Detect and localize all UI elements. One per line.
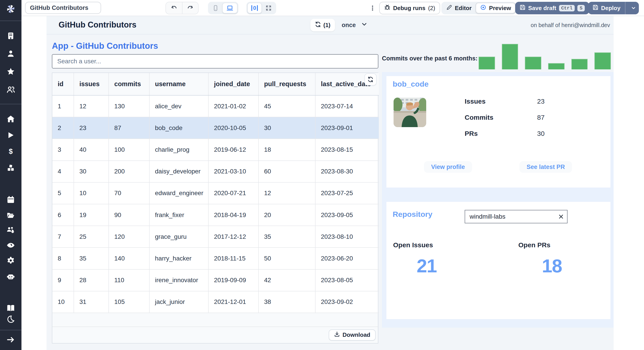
debug-runs-label: Debug runs bbox=[393, 5, 425, 12]
table-row[interactable]: 22387bob_code2020-10-05302023-09-01 bbox=[52, 117, 379, 139]
sidebar-item-workers[interactable] bbox=[6, 272, 15, 281]
table-cell: 90 bbox=[109, 204, 149, 226]
mobile-view-button[interactable] bbox=[209, 3, 222, 14]
table-cell: alice_dev bbox=[149, 95, 208, 117]
table-cell: 2023-09-05 bbox=[315, 204, 379, 226]
repository-card: Repository Open Issues 21 Open PRs 18 bbox=[386, 202, 610, 319]
chevron-down-icon[interactable] bbox=[361, 21, 368, 29]
table-cell: 38 bbox=[258, 291, 315, 313]
device-toggle-group bbox=[208, 2, 238, 14]
desktop-view-button[interactable] bbox=[222, 3, 238, 14]
table-cell: 2019-06-12 bbox=[208, 139, 258, 160]
stat-row-prs: PRs 30 bbox=[465, 130, 572, 140]
bug-icon bbox=[384, 4, 390, 12]
user-avatar bbox=[394, 98, 426, 127]
stat-label: PRs bbox=[465, 130, 537, 140]
stat-row-issues: Issues 23 bbox=[465, 98, 572, 107]
table-cell: 2023-07-25 bbox=[315, 182, 379, 204]
table-cell: 12 bbox=[258, 182, 315, 204]
chart-bar bbox=[478, 57, 495, 69]
on-behalf-text: on behalf of henri@windmill.dev bbox=[531, 22, 610, 29]
table-row[interactable]: 725120grace_guru2017-12-12352023-08-10 bbox=[52, 226, 379, 247]
table-cell: 110 bbox=[109, 269, 149, 291]
table-cell: 30 bbox=[74, 161, 109, 182]
sidebar-item-groups[interactable] bbox=[6, 226, 15, 234]
open-prs-value: 18 bbox=[518, 255, 586, 277]
download-icon bbox=[334, 331, 340, 338]
table-cell: 19 bbox=[74, 204, 109, 226]
commits-bar-chart bbox=[478, 44, 611, 69]
app-name-input[interactable] bbox=[25, 2, 101, 14]
repository-input[interactable] bbox=[465, 213, 555, 220]
sidebar-item-favorites[interactable] bbox=[6, 67, 15, 76]
sidebar-item-folders[interactable] bbox=[6, 211, 15, 220]
dark-mode-toggle-icon[interactable] bbox=[6, 315, 15, 323]
table-column-header: id bbox=[52, 73, 74, 95]
sidebar-item-user[interactable] bbox=[6, 49, 15, 58]
table-row[interactable]: 112130alice_dev2021-01-02452023-07-14 bbox=[52, 95, 379, 117]
download-button[interactable]: Download bbox=[329, 329, 376, 340]
open-issues-block: Open Issues 21 bbox=[393, 241, 460, 277]
table-row[interactable]: 1031105jack_junior2021-12-01382023-09-02 bbox=[52, 291, 379, 313]
table-cell: 3 bbox=[52, 139, 74, 160]
more-options-menu[interactable] bbox=[368, 3, 376, 14]
undo-button[interactable] bbox=[166, 2, 182, 14]
top-toolbar: 0 Debug runs (2) Editor bbox=[22, 0, 644, 16]
detail-panel: bob_code bbox=[382, 72, 614, 328]
view-profile-button[interactable]: View profile bbox=[424, 161, 472, 173]
stat-value: 87 bbox=[537, 114, 544, 124]
search-user-input[interactable] bbox=[52, 54, 378, 69]
fullscreen-button[interactable] bbox=[262, 3, 275, 14]
stat-label: Commits bbox=[465, 114, 537, 124]
redo-button[interactable] bbox=[182, 2, 198, 14]
table-row[interactable]: 51070edward_engineer2020-07-21122023-07-… bbox=[52, 182, 379, 204]
see-latest-pr-button[interactable]: See latest PR bbox=[520, 161, 572, 173]
deploy-button[interactable]: Deploy bbox=[588, 2, 639, 14]
chart-title: Commits over the past 6 months: bbox=[382, 55, 478, 62]
table-cell: 2018-04-19 bbox=[208, 204, 258, 226]
table-footer: Download bbox=[52, 327, 378, 343]
table-cell: 35 bbox=[258, 226, 315, 247]
table-row[interactable]: 340100charlie_prog2019-06-12182023-08-15 bbox=[52, 139, 379, 160]
windmill-logo-icon[interactable] bbox=[6, 4, 16, 14]
table-cell: 2023-08-10 bbox=[315, 226, 379, 247]
table-cell: harry_hacker bbox=[149, 247, 208, 269]
eye-icon bbox=[480, 4, 486, 12]
sidebar-item-workspace[interactable] bbox=[6, 31, 15, 40]
sidebar-item-docs[interactable] bbox=[6, 303, 15, 312]
sidebar-item-members[interactable] bbox=[6, 85, 15, 94]
stat-value: 30 bbox=[537, 130, 544, 140]
sidebar-item-home[interactable] bbox=[6, 115, 15, 124]
preview-tab[interactable]: Preview bbox=[476, 3, 516, 14]
table-cell: 28 bbox=[74, 269, 109, 291]
table-cell: 2021-12-01 bbox=[208, 291, 258, 313]
sidebar-item-resources[interactable] bbox=[6, 163, 15, 172]
deploy-dropdown-button[interactable] bbox=[628, 5, 637, 11]
table-cell: 2023-08-30 bbox=[315, 161, 379, 182]
sidebar-item-audit-logs[interactable] bbox=[6, 241, 15, 250]
table-row[interactable]: 835140harry_hacker2018-11-15502023-06-20 bbox=[52, 247, 379, 269]
expand-sidebar-icon[interactable] bbox=[6, 335, 15, 344]
open-prs-block: Open PRs 18 bbox=[518, 241, 586, 277]
table-row[interactable]: 928110irene_innovator2019-09-09422023-08… bbox=[52, 269, 379, 291]
table-cell: 140 bbox=[109, 247, 149, 269]
table-row[interactable]: 61990frank_fixer2018-04-19202023-09-05 bbox=[52, 204, 379, 226]
sidebar: $ bbox=[0, 0, 22, 350]
sidebar-item-settings[interactable] bbox=[6, 256, 15, 265]
editor-tab[interactable]: Editor bbox=[442, 3, 476, 14]
debug-runs-button[interactable]: Debug runs (2) bbox=[379, 2, 440, 14]
sidebar-item-schedules[interactable] bbox=[6, 195, 15, 204]
table-cell: 2023-07-14 bbox=[315, 95, 379, 117]
table-refresh-button[interactable] bbox=[364, 73, 376, 86]
app-preview-canvas: GitHub Contributors (1) once on behalf o… bbox=[46, 16, 614, 350]
table-cell: 35 bbox=[74, 247, 109, 269]
table-row[interactable]: 430200daisy_developer2021-03-10602023-08… bbox=[52, 161, 379, 182]
sidebar-item-variables[interactable]: $ bbox=[6, 147, 15, 156]
open-issues-label: Open Issues bbox=[393, 241, 460, 249]
contributors-table: idissuescommitsusernamejoined_datepull_r… bbox=[52, 73, 378, 343]
clear-input-icon[interactable] bbox=[555, 210, 567, 223]
save-draft-button[interactable]: Save draft Ctrl S bbox=[515, 2, 589, 14]
app-refresh-button[interactable]: (1) bbox=[310, 19, 335, 31]
align-center-button[interactable]: 0 bbox=[247, 3, 262, 14]
sidebar-item-runs[interactable] bbox=[6, 131, 15, 140]
